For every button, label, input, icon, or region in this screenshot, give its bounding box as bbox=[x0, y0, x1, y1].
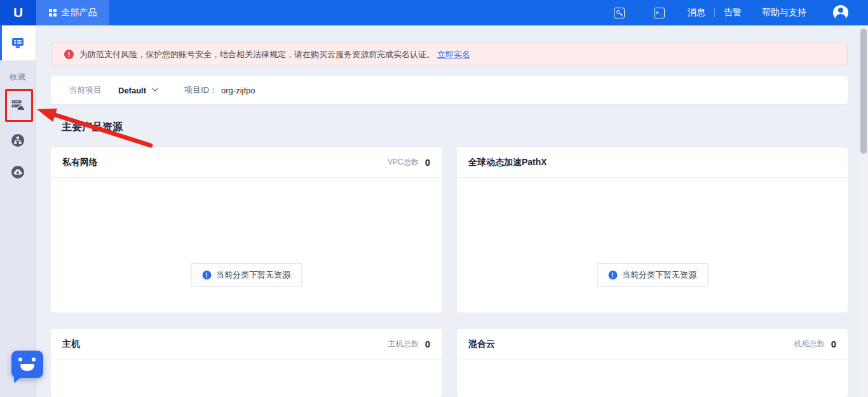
card-title: 私有网络 bbox=[62, 157, 98, 168]
count-label: 机柜总数 bbox=[794, 339, 825, 349]
project-id-value: org-zijfpo bbox=[221, 86, 255, 95]
sidebar: 收藏 bbox=[0, 25, 36, 397]
empty-state-text: 当前分类下暂无资源 bbox=[622, 269, 696, 281]
chevron-down-icon bbox=[152, 85, 158, 91]
empty-state: ! 当前分类下暂无资源 bbox=[597, 263, 708, 287]
section-title: 主要产品资源 bbox=[62, 121, 123, 134]
card-host: 主机 主机总数 0 bbox=[51, 329, 442, 397]
count-label: VPC总数 bbox=[388, 157, 419, 168]
card-body bbox=[51, 360, 442, 397]
project-name: Default bbox=[118, 86, 146, 95]
card-header: 混合云 机柜总数 0 bbox=[457, 329, 848, 360]
nav-alerts[interactable]: 告警 bbox=[724, 7, 742, 18]
card-hybrid-cloud: 混合云 机柜总数 0 bbox=[457, 329, 848, 397]
count-value: 0 bbox=[831, 339, 836, 349]
scrollbar-track[interactable] bbox=[859, 25, 868, 397]
divider bbox=[714, 8, 715, 17]
sidebar-item-cloud-disk[interactable] bbox=[0, 156, 36, 188]
card-body: ! 当前分类下暂无资源 bbox=[457, 178, 848, 313]
card-title: 全球动态加速PathX bbox=[468, 157, 547, 168]
alert-banner: ! 为防范支付风险，保护您的账号安全，结合相关法律规定，请在购买云服务资源前完成… bbox=[51, 43, 848, 66]
empty-state-text: 当前分类下暂无资源 bbox=[216, 269, 290, 281]
count-value: 0 bbox=[425, 157, 430, 168]
card-pathx: 全球动态加速PathX ! 当前分类下暂无资源 bbox=[457, 147, 848, 313]
cloud-disk-icon bbox=[11, 165, 25, 179]
dashboard-icon bbox=[11, 36, 25, 50]
warning-icon: ! bbox=[64, 50, 74, 59]
project-selector[interactable]: Default bbox=[118, 86, 156, 95]
card-vpc: 私有网络 VPC总数 0 ! 当前分类下暂无资源 bbox=[51, 147, 442, 313]
user-avatar[interactable] bbox=[833, 5, 848, 20]
project-bar: 当前项目 Default 项目ID： org-zijfpo bbox=[51, 76, 848, 104]
current-project-label: 当前项目 bbox=[69, 84, 102, 96]
card-header: 主机 主机总数 0 bbox=[51, 329, 442, 360]
grid-icon bbox=[49, 9, 57, 17]
alert-text: 为防范支付风险，保护您的账号安全，结合相关法律规定，请在购买云服务资源前完成实名… bbox=[79, 49, 435, 60]
chat-widget-button[interactable] bbox=[11, 351, 43, 378]
info-icon: ! bbox=[608, 271, 617, 279]
card-header: 全球动态加速PathX bbox=[457, 147, 848, 178]
card-header: 私有网络 VPC总数 0 bbox=[51, 147, 442, 178]
search-icon[interactable] bbox=[614, 8, 625, 18]
sidebar-item-network[interactable] bbox=[0, 124, 36, 156]
sidebar-item-favorite-resources[interactable] bbox=[0, 89, 36, 122]
empty-state: ! 当前分类下暂无资源 bbox=[191, 263, 302, 287]
topbar-right: >_ 消息 告警 帮助与支持 bbox=[614, 5, 868, 20]
server-cloud-icon bbox=[11, 98, 25, 112]
all-products-label: 全部产品 bbox=[62, 7, 97, 18]
count-value: 0 bbox=[425, 339, 430, 349]
favorites-label: 收藏 bbox=[0, 72, 36, 83]
topbar: U 全部产品 >_ 消息 告警 帮助与支持 bbox=[0, 0, 868, 25]
card-title: 混合云 bbox=[468, 339, 495, 350]
card-body bbox=[457, 360, 848, 397]
all-products-button[interactable]: 全部产品 bbox=[36, 0, 109, 25]
scrollbar-thumb[interactable] bbox=[860, 29, 867, 154]
sitemap-icon bbox=[11, 133, 25, 147]
user-icon bbox=[838, 8, 843, 13]
terminal-icon[interactable]: >_ bbox=[654, 8, 665, 18]
count-label: 主机总数 bbox=[388, 339, 419, 349]
sidebar-item-overview[interactable] bbox=[0, 25, 36, 60]
project-id-label: 项目ID： bbox=[184, 84, 217, 96]
verify-now-link[interactable]: 立即实名 bbox=[437, 49, 470, 60]
smiley-icon bbox=[18, 358, 22, 361]
card-body: ! 当前分类下暂无资源 bbox=[51, 178, 442, 313]
nav-messages[interactable]: 消息 bbox=[688, 7, 705, 18]
nav-help-support[interactable]: 帮助与支持 bbox=[762, 7, 806, 18]
info-icon: ! bbox=[202, 271, 211, 279]
card-title: 主机 bbox=[62, 339, 80, 350]
ucloud-logo[interactable]: U bbox=[0, 0, 36, 25]
